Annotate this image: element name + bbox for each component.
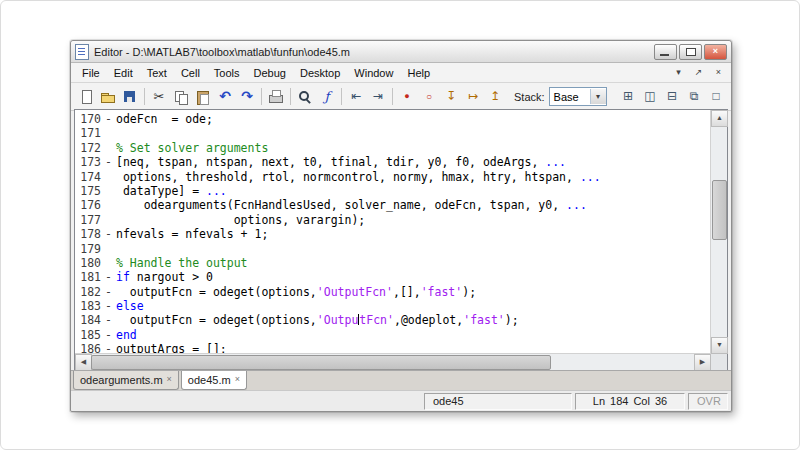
minimize-button[interactable] — [654, 44, 677, 60]
tab-close-icon[interactable]: × — [235, 375, 240, 384]
find-icon[interactable] — [294, 85, 316, 108]
step-icon[interactable]: ↧ — [440, 85, 462, 108]
stack-value: Base — [554, 91, 579, 103]
executable-line-marker — [101, 198, 116, 212]
menu-edit[interactable]: Edit — [107, 66, 140, 80]
executable-line-marker: - — [101, 313, 116, 327]
save-icon[interactable] — [119, 85, 141, 108]
maximize-document-icon: □ — [708, 89, 724, 105]
code-line-174[interactable]: 174 options, threshold, rtol, normcontro… — [75, 170, 711, 184]
code-line-184[interactable]: 184- outputFcn = odeget(options,'OutputF… — [75, 313, 711, 327]
split-left-right-icon: ◫ — [642, 89, 658, 105]
scroll-right-icon[interactable]: ▶ — [694, 354, 711, 371]
undo-icon: ↶ — [217, 89, 233, 105]
executable-line-marker: - — [101, 299, 116, 313]
insert-function-icon: ƒ — [319, 89, 335, 105]
vertical-scrollbar[interactable]: ▲ ▼ — [710, 110, 727, 354]
tab-ode45-m[interactable]: ode45.m× — [181, 371, 247, 390]
executable-line-marker — [101, 170, 116, 184]
paste-icon — [195, 89, 211, 105]
go-forward-icon[interactable]: ⇥ — [367, 85, 389, 108]
split-top-bottom-icon[interactable]: ⊟ — [661, 85, 683, 108]
open-file-icon[interactable] — [97, 85, 119, 108]
vertical-scroll-thumb[interactable] — [712, 180, 727, 240]
scroll-left-icon[interactable]: ◀ — [75, 354, 92, 371]
menu-desktop[interactable]: Desktop — [293, 66, 347, 80]
menu-cell[interactable]: Cell — [174, 66, 207, 80]
close-document-icon[interactable]: × — [710, 65, 727, 81]
code-line-176[interactable]: 176 odearguments(FcnHandlesUsed, solver_… — [75, 198, 711, 212]
code-line-180[interactable]: 180% Handle the output — [75, 256, 711, 270]
close-button[interactable]: × — [704, 44, 727, 60]
executable-line-marker — [101, 184, 116, 198]
undock-icon[interactable]: ↗ — [690, 65, 707, 81]
code-line-178[interactable]: 178-nfevals = nfevals + 1; — [75, 227, 711, 241]
code-line-181[interactable]: 181-if nargout > 0 — [75, 270, 711, 284]
insert-function-icon[interactable]: ƒ — [316, 85, 338, 108]
tab-label: odearguments.m — [80, 374, 163, 386]
code-line-175[interactable]: 175 dataType] = ... — [75, 184, 711, 198]
code-text: % Handle the output — [116, 256, 711, 270]
code-line-170[interactable]: 170-odeFcn = ode; — [75, 112, 711, 126]
maximize-document-icon[interactable]: □ — [705, 85, 727, 108]
code-view[interactable]: 170-odeFcn = ode;171172% Set solver argu… — [75, 110, 711, 354]
horizontal-scroll-thumb[interactable] — [91, 355, 551, 370]
copy-icon[interactable] — [170, 85, 192, 108]
code-line-177[interactable]: 177 options, varargin); — [75, 213, 711, 227]
col-label: Col — [633, 394, 650, 409]
line-number: 171 — [75, 126, 101, 140]
menu-help[interactable]: Help — [400, 66, 437, 80]
new-file-icon[interactable] — [75, 85, 97, 108]
executable-line-marker: - — [101, 112, 116, 126]
clear-breakpoints-icon[interactable]: ○ — [418, 85, 440, 108]
menu-debug[interactable]: Debug — [247, 66, 293, 80]
executable-line-marker — [101, 242, 116, 256]
menu-file[interactable]: File — [75, 66, 107, 80]
menu-window[interactable]: Window — [347, 66, 400, 80]
line-number: 175 — [75, 184, 101, 198]
code-line-179[interactable]: 179 — [75, 242, 711, 256]
restore-button[interactable] — [679, 44, 702, 60]
code-line-182[interactable]: 182- outputFcn = odeget(options,'OutputF… — [75, 285, 711, 299]
code-line-183[interactable]: 183-else — [75, 299, 711, 313]
code-text: dataType] = ... — [116, 184, 711, 198]
set-breakpoint-icon: ● — [399, 89, 415, 105]
step-out-icon[interactable]: ↥ — [484, 85, 506, 108]
step-in-icon[interactable]: ↦ — [462, 85, 484, 108]
show-actions-icon[interactable]: ▾ — [670, 65, 687, 81]
scroll-up-icon[interactable]: ▲ — [711, 110, 728, 127]
stack-dropdown[interactable]: Base ▾ — [549, 87, 607, 106]
editor-app-icon — [75, 44, 89, 60]
line-number: 170 — [75, 112, 101, 126]
title-bar[interactable]: Editor - D:\MATLAB7\toolbox\matlab\funfu… — [71, 41, 731, 63]
toolbar: ✂↶↷ƒ⇤⇥●○↧↦↥ Stack: Base ▾ ⊞◫⊟⧉□ — [71, 83, 731, 111]
split-top-bottom-icon: ⊟ — [664, 89, 680, 105]
code-line-185[interactable]: 185-end — [75, 328, 711, 342]
tab-close-icon[interactable]: × — [167, 375, 172, 384]
step-in-icon: ↦ — [465, 89, 481, 105]
scroll-down-icon[interactable]: ▼ — [711, 337, 728, 354]
float-window-icon[interactable]: ⧉ — [683, 85, 705, 108]
code-line-173[interactable]: 173-[neq, tspan, ntspan, next, t0, tfina… — [75, 155, 711, 169]
dropdown-arrow-icon[interactable]: ▾ — [590, 89, 606, 104]
code-line-171[interactable]: 171 — [75, 126, 711, 140]
menu-text[interactable]: Text — [140, 66, 174, 80]
undo-icon[interactable]: ↶ — [214, 85, 236, 108]
horizontal-scrollbar[interactable]: ◀ ▶ — [75, 353, 711, 370]
tab-odearguments-m[interactable]: odearguments.m× — [73, 371, 179, 390]
split-left-right-icon[interactable]: ◫ — [639, 85, 661, 108]
editor-area[interactable]: 170-odeFcn = ode;171172% Set solver argu… — [74, 109, 728, 371]
redo-icon[interactable]: ↷ — [236, 85, 258, 108]
line-number: 177 — [75, 213, 101, 227]
print-icon[interactable] — [265, 85, 287, 108]
set-breakpoint-icon[interactable]: ● — [396, 85, 418, 108]
code-line-172[interactable]: 172% Set solver arguments — [75, 141, 711, 155]
go-back-icon[interactable]: ⇤ — [345, 85, 367, 108]
executable-line-marker — [101, 256, 116, 270]
cut-icon[interactable]: ✂ — [148, 85, 170, 108]
code-text: else — [116, 299, 711, 313]
tile-windows-icon[interactable]: ⊞ — [617, 85, 639, 108]
menu-tools[interactable]: Tools — [207, 66, 247, 80]
paste-icon[interactable] — [192, 85, 214, 108]
code-text: odeFcn = ode; — [116, 112, 711, 126]
